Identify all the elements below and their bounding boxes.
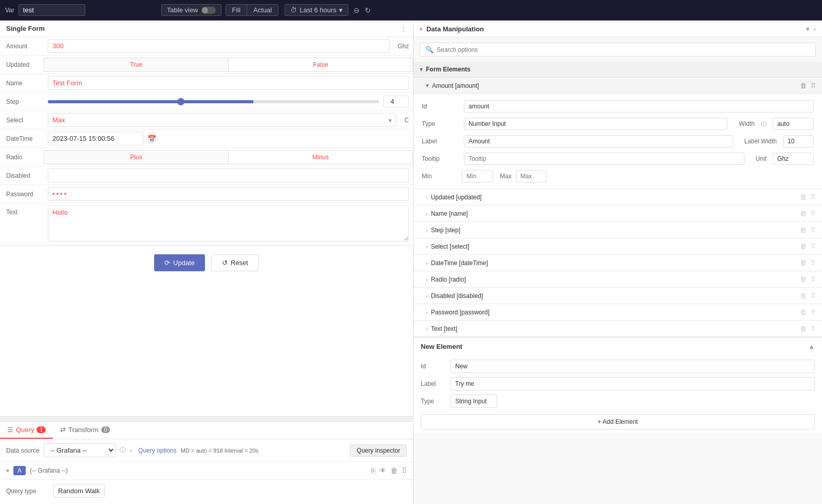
updated-chevron-icon[interactable]: › (426, 194, 428, 200)
radio-minus-option[interactable]: Minus (228, 150, 413, 164)
amount-chevron-icon[interactable]: ▾ (426, 82, 429, 89)
query-inspector-button[interactable]: Query inspector (350, 444, 407, 457)
time-range-selector[interactable]: ⏱ Last 6 hours ▾ (285, 4, 348, 16)
delete-amount-icon[interactable]: 🗑 (800, 82, 807, 89)
password-input[interactable] (48, 187, 409, 201)
collapse-new-element-icon[interactable]: ▲ (808, 343, 815, 350)
query-options-link[interactable]: Query options (138, 447, 177, 454)
delete-datetime-icon[interactable]: 🗑 (800, 259, 807, 267)
delete-select-icon[interactable]: 🗑 (800, 242, 807, 250)
radio-plus-option[interactable]: Plus (44, 150, 228, 164)
ne-label-input[interactable] (451, 377, 815, 390)
drag-name-icon[interactable]: ⠿ (811, 210, 816, 217)
reset-button[interactable]: ↺ Reset (211, 254, 259, 271)
add-element-button[interactable]: + Add Element (421, 414, 815, 430)
transform-tab[interactable]: ⇄ Transform 0 (53, 422, 117, 439)
amount-input[interactable] (48, 39, 389, 53)
select-chevron-icon[interactable]: › (426, 244, 428, 250)
password-chevron-icon[interactable]: › (426, 309, 428, 315)
zoom-out-icon[interactable]: ⊖ (353, 6, 360, 14)
width-prop-input[interactable] (773, 118, 814, 130)
delete-name-icon[interactable]: 🗑 (800, 210, 807, 217)
name-chevron-icon[interactable]: › (426, 211, 428, 217)
password-element-item[interactable]: › Password [password] 🗑 ⠿ (414, 304, 822, 321)
drag-select-icon[interactable]: ⠿ (811, 242, 816, 250)
delete-disabled-icon[interactable]: 🗑 (800, 292, 807, 300)
delete-step-icon[interactable]: 🗑 (800, 226, 807, 234)
step-slider[interactable] (48, 100, 379, 103)
select-element-item[interactable]: › Select [select] 🗑 ⠿ (414, 238, 822, 255)
delete-radio-icon[interactable]: 🗑 (800, 275, 807, 283)
drag-amount-icon[interactable]: ⠿ (811, 82, 816, 89)
width-info-icon[interactable]: ⓘ (761, 120, 767, 128)
actual-button[interactable]: Actual (247, 5, 278, 15)
calendar-icon[interactable]: 📅 (147, 135, 156, 143)
info-icon[interactable]: ⓘ (120, 446, 126, 455)
drag-datetime-icon[interactable]: ⠿ (811, 259, 816, 267)
ne-id-input[interactable] (451, 360, 815, 373)
drag-disabled-icon[interactable]: ⠿ (811, 292, 816, 300)
section-form-elements-header: ▾ Form Elements (414, 62, 822, 78)
text-textarea[interactable]: Hello (48, 206, 409, 241)
drag-radio-icon[interactable]: ⠿ (811, 275, 816, 283)
form-menu-icon[interactable]: ⋮ (400, 25, 407, 32)
query-tab[interactable]: ☰ Query 1 (0, 422, 53, 439)
tooltip-prop-input[interactable] (464, 153, 744, 165)
step-value-input[interactable] (383, 96, 409, 107)
min-prop-input[interactable] (462, 170, 493, 182)
text-element-item[interactable]: › Text [text] 🗑 ⠿ (414, 321, 822, 337)
drag-password-icon[interactable]: ⠿ (811, 308, 816, 316)
label-width-prop-input[interactable] (783, 135, 814, 147)
id-prop-input[interactable] (464, 100, 814, 113)
new-element-section: New Element ▲ Id Label Type (414, 337, 822, 434)
right-arrow-icon[interactable]: › (814, 25, 816, 33)
var-input[interactable] (18, 4, 85, 16)
refresh-icon[interactable]: ↻ (365, 6, 371, 14)
drag-query-icon[interactable]: ⠿ (402, 466, 407, 475)
ne-type-label: Type (421, 398, 446, 405)
max-prop-input[interactable] (516, 170, 547, 182)
radio-element-item[interactable]: › Radio [radio] 🗑 ⠿ (414, 271, 822, 288)
datetime-chevron-icon[interactable]: › (426, 260, 428, 266)
unit-prop-label: Unit (756, 155, 767, 162)
updated-false-option[interactable]: False (228, 58, 413, 72)
toggle-switch[interactable] (201, 7, 216, 14)
radio-chevron-icon[interactable]: › (426, 276, 428, 283)
drag-text-icon[interactable]: ⠿ (811, 325, 816, 332)
query-type-select[interactable]: Random Walk (53, 484, 105, 498)
delete-updated-icon[interactable]: 🗑 (800, 193, 807, 201)
unit-prop-input[interactable] (773, 153, 814, 165)
delete-query-icon[interactable]: 🗑 (390, 466, 398, 475)
name-element-item[interactable]: › Name [name] 🗑 ⠿ (414, 206, 822, 222)
select-input[interactable]: Max Min Avg (48, 113, 396, 127)
type-prop-select[interactable]: Number Input String Input (464, 118, 727, 130)
toggle-query-icon[interactable]: 👁 (379, 466, 386, 475)
fill-button[interactable]: Fill (226, 5, 248, 15)
updated-true-option[interactable]: True (44, 58, 228, 72)
datasource-select[interactable]: -- Grafana -- (44, 443, 116, 457)
section-chevron-icon[interactable]: ▾ (420, 66, 423, 73)
label-prop-input[interactable] (464, 135, 733, 147)
update-button[interactable]: ⟳ Update (154, 254, 205, 271)
horizontal-scrollbar[interactable] (0, 416, 413, 421)
name-input[interactable] (48, 76, 409, 90)
collapse-a-icon[interactable]: ▾ (6, 467, 9, 474)
delete-text-icon[interactable]: 🗑 (800, 325, 807, 332)
label-prop-label: Label (422, 138, 458, 145)
table-view-toggle[interactable]: Table view (161, 4, 221, 16)
disabled-element-item[interactable]: › Disabled [disabled] 🗑 ⠿ (414, 288, 822, 304)
collapse-right-icon[interactable]: ▾ (806, 25, 810, 33)
datetime-input[interactable] (48, 132, 143, 145)
disabled-chevron-icon[interactable]: › (426, 293, 428, 299)
search-input[interactable] (437, 46, 810, 53)
datetime-element-item[interactable]: › DateTime [dateTime] 🗑 ⠿ (414, 255, 822, 271)
drag-step-icon[interactable]: ⠿ (811, 226, 816, 234)
step-element-item[interactable]: › Step [step] 🗑 ⠿ (414, 222, 822, 238)
copy-query-icon[interactable]: ⎘ (371, 466, 375, 475)
step-chevron-icon[interactable]: › (426, 227, 428, 233)
drag-updated-icon[interactable]: ⠿ (811, 193, 816, 201)
text-chevron-icon[interactable]: › (426, 326, 428, 332)
ne-type-select[interactable]: String Input Number Input Boolean DateTi… (451, 395, 497, 408)
updated-element-item[interactable]: › Updated [updated] 🗑 ⠿ (414, 189, 822, 206)
delete-password-icon[interactable]: 🗑 (800, 308, 807, 316)
